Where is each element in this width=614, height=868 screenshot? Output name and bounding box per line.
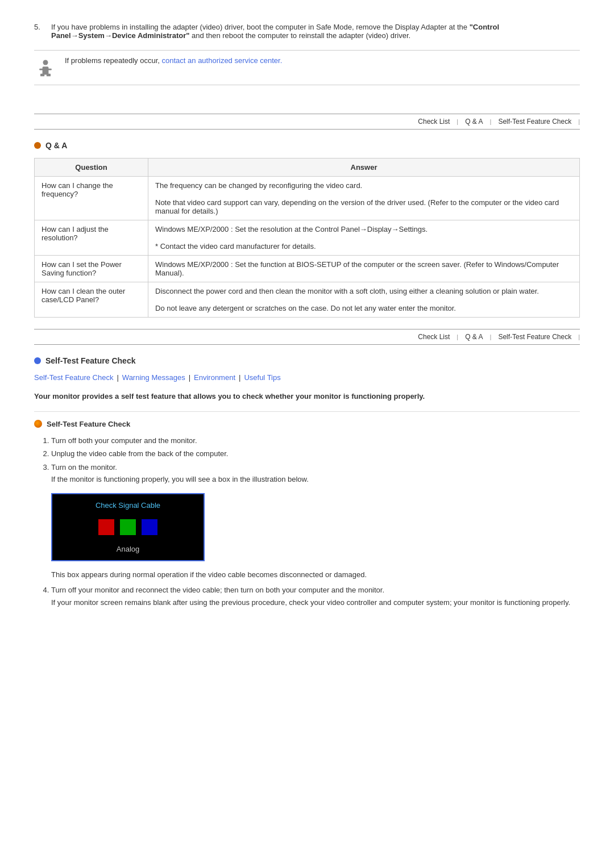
question-cell-0: How can I change the frequency? [35,177,148,220]
answer-cell-0: The frequency can be changed by reconfig… [148,177,580,220]
table-row: How can I clean the outer case/LCD Panel… [35,282,580,318]
selftest-step-3: Turn on the monitor. If the monitor is f… [51,462,580,485]
selftest-intro: Your monitor provides a self test featur… [34,391,580,402]
selftest-links: Self-Test Feature Check | Warning Messag… [34,373,580,382]
signal-box-squares [98,519,157,535]
square-blue [142,519,157,535]
svg-rect-3 [48,69,52,70]
step-5-number: 5. [34,23,45,40]
selftest-step-2: Unplug the video cable from the back of … [51,448,580,460]
question-cell-2: How can I set the Power Saving function? [35,256,148,282]
col-question: Question [35,158,148,177]
qa-section: Q & A Question Answer How can I change t… [34,141,580,318]
nav-selftest-2[interactable]: Self-Test Feature Check [493,333,576,341]
selftest-step-4-sub: If your monitor screen remains blank aft… [51,597,580,608]
table-row: How can I adjust the resolution?Windows … [35,220,580,256]
table-row: How can I change the frequency?The frequ… [35,177,580,220]
svg-rect-4 [40,74,44,77]
subsection-heading: Self-Test Feature Check [47,420,130,428]
step-5-text: If you have problems in installing the a… [51,23,470,31]
subsection-title-row: Self-Test Feature Check [34,420,580,428]
svg-rect-1 [43,66,49,74]
stl-link-4[interactable]: Useful Tips [244,373,280,382]
svg-point-0 [43,60,48,65]
stl-link-3[interactable]: Environment [194,373,235,382]
square-green [120,519,136,535]
selftest-dot [34,357,41,364]
info-icon [34,56,57,79]
svg-rect-2 [39,69,43,70]
question-cell-1: How can I adjust the resolution? [35,220,148,256]
question-cell-3: How can I clean the outer case/LCD Panel… [35,282,148,318]
subsection-dot [34,420,42,428]
selftest-title: Self-Test Feature Check [45,356,135,365]
selftest-step-3-sub: If the monitor is functioning properly, … [51,474,580,485]
qa-table: Question Answer How can I change the fre… [34,158,580,318]
nav-checklist-1[interactable]: Check List [413,118,454,126]
square-red [98,519,114,535]
self-test-section: Self-Test Feature Check Self-Test Featur… [34,356,580,608]
service-center-link[interactable]: contact an authorized service center. [162,56,283,65]
table-row: How can I set the Power Saving function?… [35,256,580,282]
selftest-steps: Turn off both your computer and the moni… [51,435,580,485]
note-text: If problems repeatedly occur, contact an… [65,56,282,65]
answer-cell-3: Disconnect the power cord and then clean… [148,282,580,318]
answer-cell-1: Windows ME/XP/2000 : Set the resolution … [148,220,580,256]
nav-checklist-2[interactable]: Check List [413,333,454,341]
qa-dot [34,142,41,149]
note-box: If problems repeatedly occur, contact an… [34,50,580,85]
step-5-text-after: and then reboot the computer to reinstal… [189,31,410,40]
signal-box-analog: Analog [117,545,139,553]
nav-bar-1: Check List | Q & A | Self-Test Feature C… [34,114,580,130]
svg-rect-5 [47,74,51,77]
nav-qa-1[interactable]: Q & A [460,118,487,126]
signal-cable-box: Check Signal Cable Analog [51,493,205,561]
signal-box-title: Check Signal Cable [96,501,160,510]
col-answer: Answer [148,158,580,177]
stl-link-2[interactable]: Warning Messages [122,373,185,382]
selftest-step4-list: Turn off your monitor and reconnect the … [51,585,580,608]
nav-bar-2: Check List | Q & A | Self-Test Feature C… [34,329,580,345]
step-5-content: If you have problems in installing the a… [51,23,580,40]
answer-cell-2: Windows ME/XP/2000 : Set the function at… [148,256,580,282]
selftest-step-1: Turn off both your computer and the moni… [51,435,580,446]
nav-qa-2[interactable]: Q & A [460,333,487,341]
box-note: This box appears during normal operation… [51,569,580,581]
divider [34,411,580,412]
qa-title: Q & A [45,141,67,150]
stl-link-1[interactable]: Self-Test Feature Check [34,373,113,382]
selftest-step-4: Turn off your monitor and reconnect the … [51,585,580,608]
nav-selftest-1[interactable]: Self-Test Feature Check [493,118,576,126]
